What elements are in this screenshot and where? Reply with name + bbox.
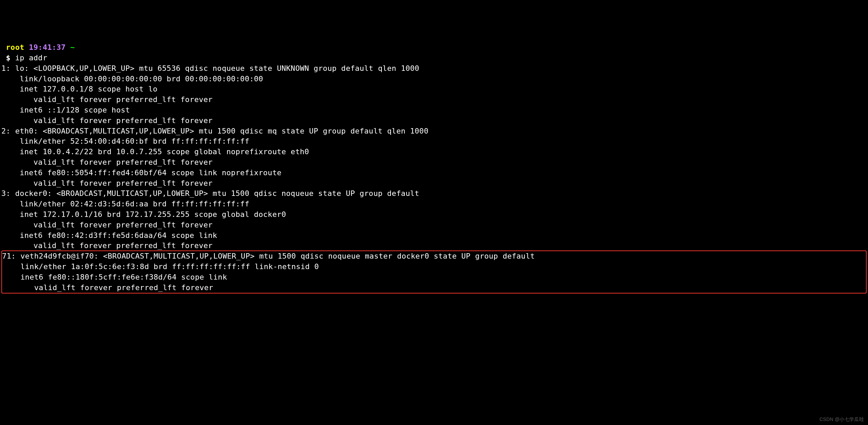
output-line: link/ether 02:42:d3:5d:6d:aa brd ff:ff:f…	[1, 200, 249, 208]
command-input[interactable]: ip addr	[11, 54, 47, 62]
output-line: link/ether 52:54:00:d4:60:bf brd ff:ff:f…	[1, 137, 249, 145]
highlighted-interface-veth: 71: veth24d9fcb@if70: <BROADCAST,MULTICA…	[1, 250, 867, 294]
output-line: 3: docker0: <BROADCAST,MULTICAST,UP,LOWE…	[1, 189, 424, 198]
output-line: valid_lft forever preferred_lft forever	[1, 158, 213, 166]
output-line: 2: eth0: <BROADCAST,MULTICAST,UP,LOWER_U…	[1, 127, 429, 135]
output-line: inet 127.0.0.1/8 scope host lo	[1, 85, 158, 93]
output-line: 1: lo: <LOOPBACK,UP,LOWER_UP> mtu 65536 …	[1, 64, 419, 73]
output-line: valid_lft forever preferred_lft forever	[2, 283, 213, 292]
output-line: 71: veth24d9fcb@if70: <BROADCAST,MULTICA…	[2, 252, 539, 260]
prompt-time: 19:41:37	[29, 43, 65, 52]
output-line: inet 10.0.4.2/22 brd 10.0.7.255 scope gl…	[1, 147, 309, 156]
output-line: inet6 fe80::42:d3ff:fe5d:6daa/64 scope l…	[1, 231, 222, 240]
output-line: valid_lft forever preferred_lft forever	[1, 95, 213, 104]
output-line: inet6 ::1/128 scope host	[1, 106, 135, 114]
prompt-user: root	[1, 43, 24, 52]
output-line: valid_lft forever preferred_lft forever	[1, 179, 213, 187]
output-line: inet6 fe80::5054:ff:fed4:60bf/64 scope l…	[1, 168, 286, 177]
output-line: valid_lft forever preferred_lft forever	[1, 221, 213, 229]
output-line: link/ether 1a:0f:5c:6e:f3:8d brd ff:ff:f…	[2, 262, 319, 271]
output-line: valid_lft forever preferred_lft forever	[1, 116, 213, 125]
prompt-path: ~	[70, 43, 75, 52]
output-line: link/loopback 00:00:00:00:00:00 brd 00:0…	[1, 75, 263, 83]
output-line: inet6 fe80::180f:5cff:fe6e:f38d/64 scope…	[2, 273, 232, 281]
terminal-window[interactable]: root 19:41:37 ~ $ ip addr 1: lo: <LOOPBA…	[1, 42, 867, 294]
prompt-symbol: $	[1, 54, 11, 62]
output-line: inet 172.17.0.1/16 brd 172.17.255.255 sc…	[1, 210, 286, 219]
output-line: valid_lft forever preferred_lft forever	[1, 241, 213, 250]
